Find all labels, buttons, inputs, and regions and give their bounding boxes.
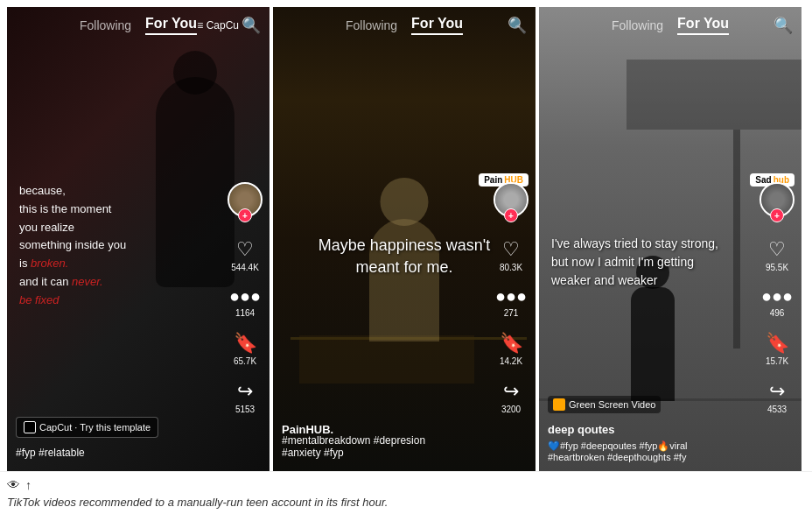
comment-icon-1: ●●● — [229, 286, 261, 306]
caption-text-3: I've always tried to stay strong, but no… — [551, 235, 735, 290]
comment-action-3[interactable]: ●●● 496 — [761, 286, 793, 318]
like-count-2: 80.3K — [500, 263, 522, 272]
follow-plus-1[interactable]: + — [238, 208, 252, 222]
tiktok-screen-3: Following For You 🔍 Sadhub I've always t… — [539, 7, 802, 471]
nav-following-2[interactable]: Following — [346, 18, 397, 32]
search-icon-2[interactable]: 🔍 — [508, 16, 527, 35]
gs-icon — [553, 398, 565, 411]
comment-icon-3: ●●● — [761, 286, 793, 306]
capcut-logo: ≡ CapCu — [197, 19, 239, 32]
bookmark-count-2: 14.2K — [500, 356, 522, 366]
caption-text-1: because, this is the moment you realize … — [19, 182, 126, 310]
caption-text-2: Maybe happiness wasn't meant for me. — [308, 235, 500, 278]
avatar-container-2: + — [494, 182, 528, 217]
tiktok-screen-1: Following For You ≡ CapCu 🔍 because, thi… — [7, 7, 270, 471]
right-actions-1: + ♡ 544.4K ●●● 1164 🔖 65.7K ↪ 5153 — [228, 182, 262, 414]
person-body-3 — [631, 287, 675, 401]
nav-following-3[interactable]: Following — [612, 18, 663, 32]
like-action-2[interactable]: ♡ 80.3K — [500, 238, 522, 272]
like-count-3: 95.5K — [766, 263, 788, 272]
bookmark-action-2[interactable]: 🔖 14.2K — [500, 332, 523, 366]
bookmark-count-3: 15.7K — [766, 356, 788, 366]
top-nav-1: Following For You ≡ CapCu 🔍 — [7, 7, 270, 40]
hashtags-3: 💙#fyp #deepqoutes #fyp🔥viral #heartbroke… — [548, 440, 758, 462]
bookmark-icon-2: 🔖 — [500, 332, 523, 355]
green-screen-badge: Green Screen Video — [548, 396, 661, 413]
eye-icon: 👁 — [7, 477, 20, 492]
heart-icon-1: ♡ — [236, 238, 254, 261]
footer-caption: TikTok videos recommended to a manually-… — [7, 496, 805, 509]
head-silhouette-1 — [173, 51, 217, 95]
bookmark-action-1[interactable]: 🔖 65.7K — [234, 332, 257, 366]
comment-count-3: 496 — [770, 308, 785, 318]
share-action-1[interactable]: ↪ 5153 — [235, 380, 255, 414]
comment-count-1: 1164 — [235, 308, 255, 318]
capcut-icon — [24, 421, 36, 433]
person-head-2 — [381, 178, 429, 226]
gs-badge-container: Green Screen Video — [548, 396, 661, 413]
footer-icons-row: 👁 ↑ — [7, 477, 805, 492]
like-action-1[interactable]: ♡ 544.4K — [231, 238, 259, 272]
hashtags-2: #mentalbreakdown #depresion #anxiety #fy… — [282, 434, 425, 459]
top-nav-2: Following For You 🔍 — [273, 7, 536, 40]
capcut-label: CapCut · Try this template — [39, 422, 150, 433]
capcut-banner[interactable]: CapCut · Try this template — [16, 417, 158, 438]
up-arrow-icon: ↑ — [25, 478, 32, 492]
share-action-3[interactable]: ↪ 4533 — [767, 380, 787, 414]
right-actions-2: + ♡ 80.3K ●●● 271 🔖 14.2K ↪ 3200 — [494, 182, 528, 414]
search-icon-3[interactable]: 🔍 — [774, 16, 793, 35]
bookmark-action-3[interactable]: 🔖 15.7K — [766, 332, 789, 366]
nav-foryou-2[interactable]: For You — [411, 16, 463, 35]
bookmark-icon-1: 🔖 — [234, 332, 257, 355]
heart-icon-2: ♡ — [502, 238, 520, 261]
gs-label: Green Screen Video — [569, 399, 655, 410]
bookmark-count-1: 65.7K — [234, 356, 256, 366]
top-nav-3: Following For You 🔍 — [539, 7, 802, 40]
like-count-1: 544.4K — [231, 263, 259, 272]
comment-action-2[interactable]: ●●● 271 — [495, 286, 527, 318]
account-name-3: deep qoutes — [548, 423, 615, 436]
share-action-2[interactable]: ↪ 3200 — [501, 380, 521, 414]
station-roof — [626, 60, 802, 130]
table-body — [299, 335, 474, 384]
comment-icon-2: ●●● — [495, 286, 527, 306]
share-icon-1: ↪ — [237, 380, 253, 403]
share-count-2: 3200 — [501, 405, 521, 414]
figure-silhouette-1 — [156, 77, 234, 287]
nav-foryou-3[interactable]: For You — [677, 16, 729, 35]
follow-plus-3[interactable]: + — [770, 208, 784, 222]
nav-following-1[interactable]: Following — [80, 18, 131, 32]
share-count-1: 5153 — [235, 405, 255, 414]
avatar-container-1: + — [228, 182, 262, 217]
avatar-container-3: + — [760, 182, 794, 217]
hashtags-1: #fyp #relatable — [16, 447, 85, 459]
footer-area: 👁 ↑ TikTok videos recommended to a manua… — [0, 471, 812, 514]
bookmark-icon-3: 🔖 — [766, 332, 789, 355]
heart-icon-3: ♡ — [768, 238, 786, 261]
comment-action-1[interactable]: ●●● 1164 — [229, 286, 261, 318]
follow-plus-2[interactable]: + — [504, 208, 518, 222]
comment-count-2: 271 — [504, 308, 519, 318]
nav-foryou-1[interactable]: For You — [145, 16, 197, 35]
search-icon-1[interactable]: 🔍 — [242, 16, 261, 35]
share-icon-3: ↪ — [769, 380, 785, 403]
share-count-3: 4533 — [767, 405, 787, 414]
right-actions-3: + ♡ 95.5K ●●● 496 🔖 15.7K ↪ 4533 — [760, 182, 794, 414]
tiktok-screen-2: Following For You 🔍 PainHUB Maybe happin… — [273, 7, 536, 471]
share-icon-2: ↪ — [503, 380, 519, 403]
like-action-3[interactable]: ♡ 95.5K — [766, 238, 788, 272]
